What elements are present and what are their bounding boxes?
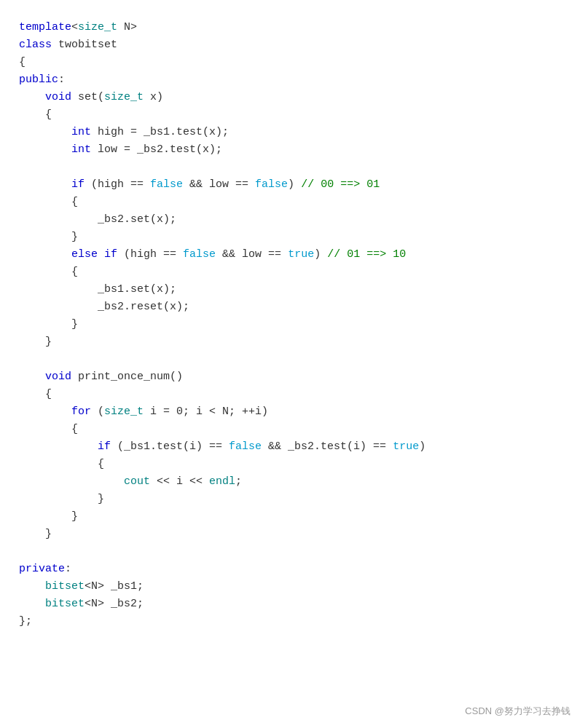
line-21: void print_once_num() — [19, 368, 578, 386]
line-8: int low = _bs2.test(x); — [19, 141, 578, 159]
line-20 — [19, 351, 578, 368]
line-18: } — [19, 316, 578, 333]
line-9 — [19, 159, 578, 176]
line-35: }; — [19, 613, 578, 630]
line-3: { — [19, 54, 578, 71]
line-30: } — [19, 526, 578, 543]
line-1: template<size_t N> — [19, 19, 578, 36]
line-2: class twobitset — [19, 36, 578, 54]
line-25: if (_bs1.test(i) == false && _bs2.test(i… — [19, 438, 578, 456]
line-29: } — [19, 508, 578, 526]
line-4: public: — [19, 71, 578, 89]
code-block: template<size_t N> class twobitset { pub… — [12, 12, 585, 660]
line-10: if (high == false && low == false) // 00… — [19, 176, 578, 194]
line-32: private: — [19, 561, 578, 578]
line-23: for (size_t i = 0; i < N; ++i) — [19, 403, 578, 421]
line-22: { — [19, 386, 578, 403]
line-15: { — [19, 264, 578, 281]
line-11: { — [19, 194, 578, 211]
line-16: _bs1.set(x); — [19, 281, 578, 298]
line-5: void set(size_t x) — [19, 89, 578, 106]
line-7: int high = _bs1.test(x); — [19, 124, 578, 141]
line-12: _bs2.set(x); — [19, 211, 578, 229]
line-33: bitset<N> _bs1; — [19, 578, 578, 596]
watermark: CSDN @努力学习去挣钱 — [465, 704, 570, 719]
line-17: _bs2.reset(x); — [19, 298, 578, 316]
line-31 — [19, 543, 578, 561]
line-26: { — [19, 456, 578, 473]
line-24: { — [19, 421, 578, 438]
line-28: } — [19, 491, 578, 508]
line-6: { — [19, 106, 578, 124]
line-14: else if (high == false && low == true) /… — [19, 246, 578, 264]
line-13: } — [19, 229, 578, 246]
line-34: bitset<N> _bs2; — [19, 596, 578, 613]
line-19: } — [19, 333, 578, 351]
line-27: cout << i << endl; — [19, 473, 578, 491]
